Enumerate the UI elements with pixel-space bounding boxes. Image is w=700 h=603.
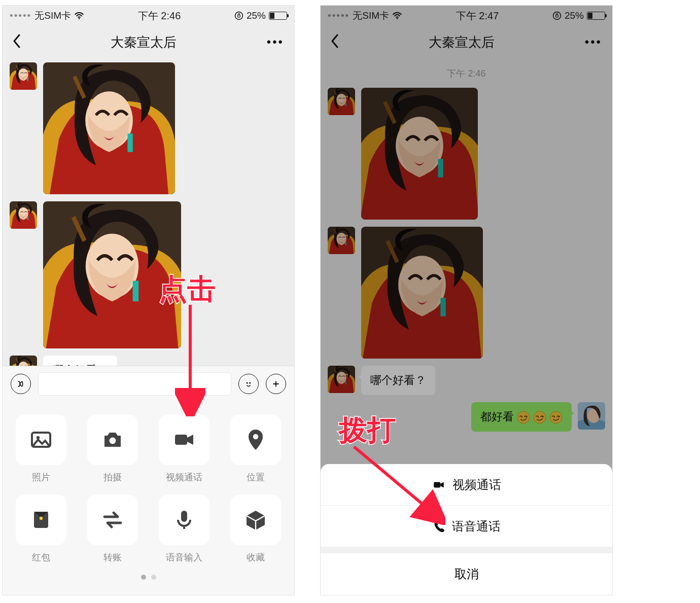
tool-location[interactable]: 位置 (227, 414, 285, 483)
status-time: 下午 2:46 (138, 9, 181, 23)
phone-icon (433, 520, 445, 533)
sheet-voice-call[interactable]: 语音通话 (321, 506, 612, 547)
avatar[interactable] (10, 356, 37, 366)
red-packet-icon (29, 508, 53, 532)
tool-label: 位置 (247, 471, 265, 483)
orientation-lock-icon (234, 11, 243, 20)
avatar[interactable] (10, 62, 37, 90)
video-icon (432, 478, 445, 491)
more-button[interactable]: ••• (264, 35, 284, 49)
svg-rect-11 (238, 15, 240, 18)
tool-label: 视频通话 (166, 471, 202, 483)
phone-right: ••••• 无SIM卡 下午 2:47 25% 大秦宣太后 ••• (320, 5, 613, 595)
chat-title: 大秦宣太后 (23, 33, 264, 51)
camera-icon (100, 428, 125, 452)
svg-rect-17 (175, 435, 187, 445)
tool-label: 转账 (103, 551, 122, 563)
tool-transfer[interactable]: 转账 (83, 494, 142, 563)
svg-point-20 (39, 517, 42, 520)
sheet-item-label: 视频通话 (452, 477, 501, 493)
tool-label: 收藏 (247, 551, 265, 563)
emoji-button[interactable] (238, 374, 259, 394)
page-indicator (12, 575, 285, 580)
microphone-icon (172, 508, 196, 532)
tool-label: 红包 (32, 551, 50, 563)
message-image-1 (10, 62, 287, 194)
tool-label: 照片 (32, 471, 50, 483)
sheet-separator (321, 547, 612, 553)
wifi-icon (74, 12, 84, 19)
sheet-item-label: 语音通话 (452, 518, 501, 535)
svg-rect-25 (434, 482, 440, 487)
battery-icon (269, 12, 287, 20)
battery-percent: 25% (247, 10, 266, 21)
svg-rect-21 (181, 511, 187, 522)
back-button[interactable] (13, 34, 23, 50)
tool-panel: 照片 拍摄 视频通话 位置 红包 转账 (3, 401, 294, 595)
tool-video-call[interactable]: 视频通话 (155, 414, 214, 483)
message-image-2 (10, 201, 287, 348)
message-input[interactable] (38, 372, 231, 396)
signal-dots-icon: ••••• (10, 10, 31, 21)
sheet-video-call[interactable]: 视频通话 (321, 464, 612, 506)
tool-camera[interactable]: 拍摄 (83, 414, 142, 483)
more-tools-button[interactable] (266, 374, 286, 394)
avatar[interactable] (10, 201, 37, 229)
sheet-cancel[interactable]: 取消 (321, 553, 612, 595)
navigation-bar: 大秦宣太后 ••• (3, 26, 294, 58)
favorite-icon (243, 508, 268, 532)
svg-point-12 (247, 382, 248, 383)
voice-toggle-button[interactable] (11, 374, 31, 394)
sheet-cancel-label: 取消 (454, 566, 479, 582)
svg-point-16 (109, 438, 116, 444)
call-action-sheet: 视频通话 语音通话 取消 (321, 464, 612, 595)
svg-point-18 (253, 434, 258, 439)
text-bubble[interactable]: 哪个好看？ (43, 356, 117, 366)
message-text-1: 哪个好看？ (10, 356, 287, 366)
tool-favorite[interactable]: 收藏 (227, 494, 285, 563)
transfer-icon (100, 508, 125, 532)
tool-voice-input[interactable]: 语音输入 (155, 494, 214, 563)
svg-point-10 (235, 12, 242, 20)
location-icon (243, 428, 268, 452)
tool-red-packet[interactable]: 红包 (12, 494, 70, 563)
status-bar: ••••• 无SIM卡 下午 2:46 25% (3, 6, 294, 26)
chat-area[interactable]: 哪个好看？ (3, 58, 294, 366)
image-bubble[interactable] (43, 201, 181, 348)
video-icon (172, 428, 196, 452)
image-bubble[interactable] (43, 62, 175, 194)
svg-point-13 (249, 382, 251, 383)
phone-left: ••••• 无SIM卡 下午 2:46 25% 大秦宣太后 ••• (2, 5, 295, 595)
tool-label: 拍摄 (103, 471, 122, 483)
svg-point-9 (79, 18, 80, 19)
carrier-label: 无SIM卡 (34, 9, 71, 22)
photo-icon (29, 428, 53, 452)
tool-photo[interactable]: 照片 (12, 414, 70, 483)
chat-input-bar (3, 366, 294, 401)
tool-label: 语音输入 (166, 551, 202, 563)
